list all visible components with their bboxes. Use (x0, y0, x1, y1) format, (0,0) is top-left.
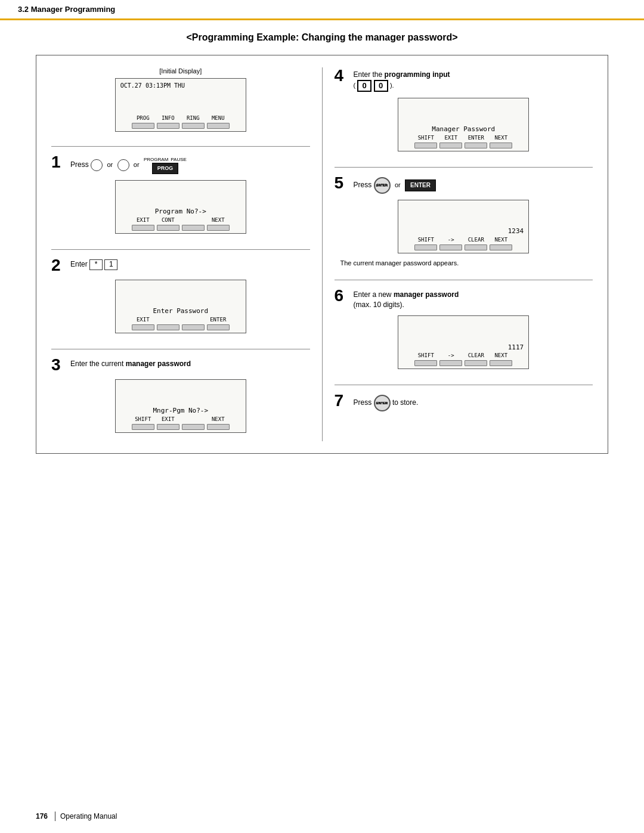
step-6-block: 6 Enter a new manager password (max. 10 … (335, 287, 593, 378)
step-3-softkey-labels: SHIFT EXIT NEXT (132, 416, 230, 422)
step-5-lcd-value: 1234 (398, 227, 528, 237)
step-7-num: 7 (335, 392, 349, 409)
step-4-softkey-labels: SHIFT EXIT ENTER NEXT (414, 135, 512, 141)
step-1-num: 1 (51, 154, 66, 171)
footer-page-num: 176 (36, 812, 48, 820)
page-title: <Programming Example: Changing the manag… (36, 32, 608, 43)
step-4-num: 4 (335, 67, 349, 84)
step-5-num: 5 (335, 175, 349, 191)
enter-key-box: ENTER (405, 179, 436, 191)
section-label: 3.2 Manager Programming (18, 5, 115, 14)
step-5-lcd: 1234 SHIFT -> CLEAR NEXT (398, 200, 529, 253)
star-key: * (89, 259, 103, 270)
prog-key: PROG (152, 163, 179, 174)
initial-lcd: OCT.27 03:13PM THU PROG INFO RING MENU (115, 78, 246, 132)
step-2-desc: Enter * 1 (70, 257, 117, 270)
right-column: 4 Enter the programming input ( 0 0 ). M… (326, 67, 602, 441)
step-3-num: 3 (51, 357, 66, 373)
left-column: [Initial Display] OCT.27 03:13PM THU PRO… (42, 67, 319, 441)
enter-circle-btn-7: ENTER (374, 395, 391, 411)
step-3-block: 3 Enter the current manager password Mng… (51, 357, 310, 441)
step-7-block: 7 Press ENTER to store. (335, 392, 593, 421)
initial-lcd-line1: OCT.27 03:13PM THU (116, 79, 246, 89)
step-2-num: 2 (51, 257, 66, 274)
step-4-desc: Enter the programming input ( 0 0 ). (354, 67, 450, 92)
step-3-softkeys (132, 424, 230, 430)
step-6-softkeys (414, 360, 512, 366)
initial-display-block: [Initial Display] OCT.27 03:13PM THU PRO… (51, 67, 310, 134)
step-2-lcd: Enter Password EXIT ENTER (115, 280, 246, 333)
step-1-lcd: Program No?-> EXIT CONT NEXT (115, 180, 246, 234)
step-1-softkeys (132, 225, 230, 231)
footer-label: Operating Manual (60, 812, 117, 820)
initial-display-label: [Initial Display] (51, 67, 310, 75)
step-3-lcd: Mngr-Pgm No?-> SHIFT EXIT NEXT (115, 379, 246, 433)
top-bar: 3.2 Manager Programming (0, 0, 644, 20)
enter-circle-btn: ENTER (374, 177, 391, 194)
step-1-lcd-text: Program No?-> (155, 207, 206, 217)
step-6-softkey-labels: SHIFT -> CLEAR NEXT (414, 352, 512, 358)
step-6-lcd-value: 1117 (398, 343, 528, 353)
initial-softkeys (132, 123, 230, 129)
column-divider (322, 67, 323, 441)
step-5-below-text: The current manager password appears. (335, 259, 593, 267)
program-circle-btn (91, 159, 103, 171)
step-3-lcd-text: Mngr-Pgm No?-> (153, 406, 208, 416)
step-1-desc: Press Press or or PROGRAM PAUSE PROG (70, 154, 187, 174)
zero-key-2: 0 (374, 80, 388, 92)
step-7-desc: Press ENTER to store. (354, 392, 419, 411)
step-4-softkeys (414, 143, 512, 148)
step-3-desc: Enter the current manager password (70, 357, 191, 369)
step-2-lcd-text: Enter Password (153, 306, 208, 317)
step-5-softkey-labels: SHIFT -> CLEAR NEXT (414, 237, 512, 243)
footer: 176 Operating Manual (36, 812, 608, 821)
initial-softkey-labels: PROG INFO RING MENU (132, 115, 230, 121)
step-6-num: 6 (335, 287, 349, 304)
step-6-desc: Enter a new manager password (max. 10 di… (354, 287, 459, 310)
step-6-lcd: 1117 SHIFT -> CLEAR NEXT (398, 315, 529, 369)
step-2-softkeys (132, 324, 230, 330)
main-box: [Initial Display] OCT.27 03:13PM THU PRO… (36, 55, 608, 454)
step-4-block: 4 Enter the programming input ( 0 0 ). M… (335, 67, 593, 160)
step-2-block: 2 Enter * 1 Enter Password EXIT (51, 257, 310, 342)
zero-key-1: 0 (357, 80, 371, 92)
step-1-softkey-labels: EXIT CONT NEXT (132, 217, 230, 223)
prog-key-wrapper: PROGRAM PAUSE PROG (144, 156, 187, 174)
step-5-desc: Press ENTER or ENTER (354, 175, 436, 194)
step-5-block: 5 Press ENTER or ENTER 1234 (335, 175, 593, 272)
step-5-softkeys (414, 244, 512, 250)
step-4-lcd: Manager Password SHIFT EXIT ENTER NEXT (398, 98, 529, 151)
one-key: 1 (104, 259, 117, 270)
footer-divider (55, 812, 55, 821)
step-1-block: 1 Press Press or or PROGRAM PAUSE (51, 154, 310, 242)
step-4-lcd-text: Manager Password (432, 125, 495, 135)
pause-circle-btn (117, 159, 129, 171)
step-2-softkey-labels: EXIT ENTER (132, 317, 230, 323)
